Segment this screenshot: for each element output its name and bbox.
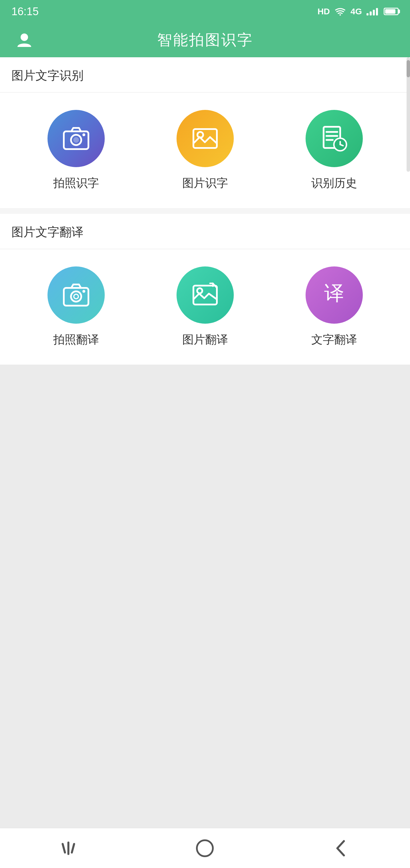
image-icon-1: [189, 123, 221, 154]
photo-recognize-item[interactable]: 拍照识字: [11, 110, 140, 191]
menu-bars-icon: [57, 837, 80, 860]
home-circle-icon: [193, 837, 216, 860]
camera-icon-1: [60, 123, 92, 154]
recognition-section-title: 图片文字识别: [0, 57, 410, 93]
translation-title-text: 图片文字翻译: [11, 225, 84, 239]
svg-line-24: [72, 844, 74, 852]
status-icons: HD 4G: [318, 7, 399, 16]
wifi-icon: [335, 7, 346, 16]
page-title: 智能拍图识字: [157, 30, 253, 50]
photo-recognize-icon-circle: [48, 110, 105, 167]
nav-back-button[interactable]: [327, 837, 356, 860]
text-translate-icon-circle: 译: [306, 267, 363, 324]
text-translate-label: 文字翻译: [311, 332, 357, 347]
nav-bar: [0, 828, 410, 868]
photo-translate-item[interactable]: 拍照翻译: [11, 267, 140, 347]
recognition-title-text: 图片文字识别: [11, 69, 84, 82]
4g-label: 4G: [350, 7, 362, 16]
history-icon: [318, 123, 350, 154]
translate-icon: 译: [318, 279, 350, 311]
svg-text:译: 译: [324, 282, 344, 304]
status-time: 16:15: [11, 5, 39, 18]
svg-point-18: [83, 290, 85, 293]
svg-rect-6: [193, 129, 217, 148]
svg-point-25: [197, 840, 213, 856]
svg-point-0: [339, 14, 341, 16]
signal-bars-icon: [367, 7, 378, 16]
recognition-section: 图片文字识别 拍照识字: [0, 57, 410, 208]
battery-icon: [384, 8, 399, 15]
recognize-history-label: 识别历史: [311, 175, 357, 191]
section-divider: [0, 208, 410, 214]
image-recognize-icon-circle: [177, 110, 234, 167]
translation-icons-grid: 拍照翻译 图片翻译: [0, 249, 410, 365]
svg-point-16: [71, 291, 81, 302]
app-header: 智能拍图识字: [0, 23, 410, 57]
user-icon-button[interactable]: [14, 30, 34, 50]
main-content: 图片文字识别 拍照识字: [0, 57, 410, 851]
translation-section-title: 图片文字翻译: [0, 214, 410, 249]
image-recognize-label: 图片识字: [182, 175, 228, 191]
svg-point-4: [73, 137, 79, 143]
recognition-icons-grid: 拍照识字 图片识字: [0, 93, 410, 208]
nav-home-button[interactable]: [191, 837, 219, 860]
image-recognize-item[interactable]: 图片识字: [140, 110, 270, 191]
nav-menu-button[interactable]: [54, 837, 83, 860]
recognize-history-icon-circle: [306, 110, 363, 167]
translation-section: 图片文字翻译 拍照翻译: [0, 214, 410, 365]
image-translate-item[interactable]: 图片翻译: [140, 267, 270, 347]
image-icon-2: [189, 279, 221, 311]
user-icon: [16, 31, 33, 49]
svg-point-5: [83, 133, 85, 136]
image-translate-icon-circle: [177, 267, 234, 324]
svg-line-22: [63, 844, 65, 852]
image-translate-label: 图片翻译: [182, 332, 228, 347]
camera-icon-2: [60, 279, 92, 311]
photo-recognize-label: 拍照识字: [53, 175, 99, 191]
recognize-history-item[interactable]: 识别历史: [270, 110, 399, 191]
hd-label: HD: [318, 7, 330, 16]
back-arrow-icon: [330, 837, 353, 860]
svg-point-17: [74, 294, 78, 299]
photo-translate-label: 拍照翻译: [53, 332, 99, 347]
photo-translate-icon-circle: [48, 267, 105, 324]
svg-point-1: [21, 33, 28, 41]
status-bar: 16:15 HD 4G: [0, 0, 410, 23]
svg-point-20: [197, 288, 202, 293]
text-translate-item[interactable]: 译 文字翻译: [270, 267, 399, 347]
gray-content-area: [0, 365, 410, 851]
